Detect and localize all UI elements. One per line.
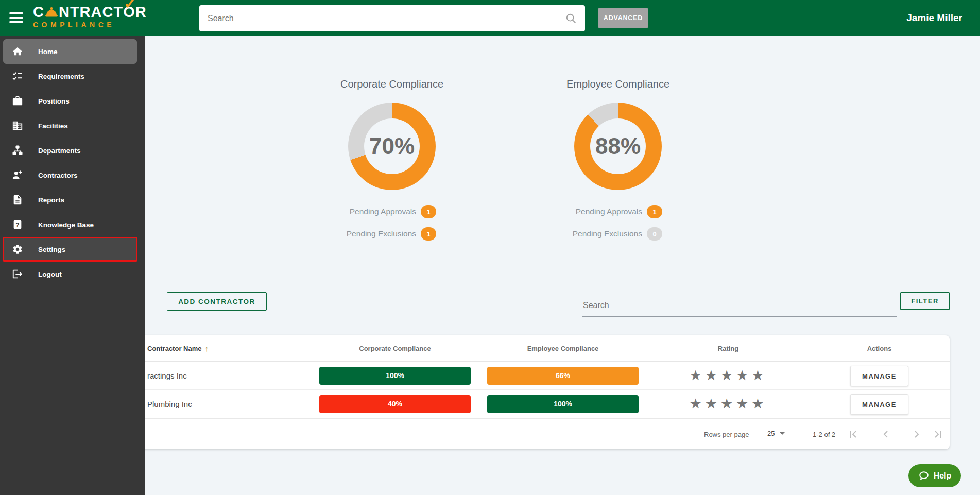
- sidebar-item-label: Logout: [38, 270, 62, 278]
- rows-per-page-value: 25: [767, 430, 775, 437]
- rows-per-page-label: Rows per page: [704, 419, 749, 450]
- donut-percent-label: 70%: [369, 133, 415, 159]
- svg-text:?: ?: [15, 221, 19, 229]
- sidebar-item-label: Settings: [38, 246, 65, 253]
- rows-per-page-select[interactable]: 25: [763, 426, 792, 441]
- sidebar-item-reports[interactable]: Reports: [3, 187, 137, 212]
- app-logo: CNTRACTO✓R COMPLIANCE: [33, 4, 147, 29]
- sidebar-item-label: Positions: [38, 97, 70, 105]
- logo-line1: CNTRACTO✓R: [33, 4, 147, 20]
- first-page-icon[interactable]: [847, 428, 859, 440]
- sidebar-item-label: Requirements: [38, 73, 84, 80]
- sidebar-item-facilities[interactable]: Facilities: [3, 113, 137, 138]
- logout-icon: [11, 268, 24, 280]
- pending-row: Pending Exclusions0: [530, 227, 662, 241]
- contractor-name[interactable]: ractings Inc: [147, 362, 187, 389]
- hardhat-icon: [45, 5, 58, 18]
- knowledge-base-icon: ?: [11, 218, 24, 231]
- sort-ascending-icon: ↑: [204, 344, 209, 353]
- corporate-compliance-chart: Corporate Compliance 70% Pending Approva…: [304, 78, 479, 249]
- global-search-input[interactable]: [199, 14, 565, 23]
- sidebar-item-label: Knowledge Base: [38, 221, 94, 229]
- add-contractor-button[interactable]: ADD CONTRACTOR: [167, 292, 267, 311]
- global-search: [199, 5, 585, 31]
- positions-icon: [11, 95, 24, 107]
- contractors-icon: [11, 169, 24, 181]
- sidebar-item-label: Departments: [38, 147, 81, 155]
- pending-count-badge[interactable]: 0: [647, 227, 662, 241]
- sidebar-item-home[interactable]: Home: [3, 39, 137, 64]
- home-icon: [11, 45, 24, 58]
- chart-title: Corporate Compliance: [304, 78, 479, 90]
- pending-list: Pending Approvals1Pending Exclusions0: [530, 204, 662, 241]
- employee-compliance-chip: 100%: [487, 395, 639, 413]
- pending-count-badge[interactable]: 1: [647, 205, 662, 218]
- sidebar-item-label: Reports: [38, 196, 64, 204]
- requirements-icon: [11, 70, 24, 82]
- rating-stars: ★★★★★: [666, 390, 790, 418]
- sidebar-item-knowledge-base[interactable]: ?Knowledge Base: [3, 212, 137, 237]
- column-employee-compliance[interactable]: Employee Compliance: [487, 335, 639, 362]
- table-search: [582, 298, 897, 317]
- sidebar-item-departments[interactable]: Departments: [3, 138, 137, 163]
- corporate-compliance-chip: 40%: [319, 395, 471, 413]
- table-row: ractings Inc100%66%★★★★★MANAGE: [134, 362, 950, 390]
- donut-chart: 88%: [574, 103, 662, 190]
- sidebar-item-logout[interactable]: Logout: [3, 262, 137, 286]
- column-corporate-compliance[interactable]: Corporate Compliance: [319, 335, 471, 362]
- manage-button[interactable]: MANAGE: [850, 366, 908, 386]
- table-header-row: Contractor Name ↑ Corporate Compliance E…: [134, 335, 950, 362]
- pending-row: Pending Approvals1: [530, 204, 662, 219]
- table-search-input[interactable]: [582, 298, 897, 317]
- logo-line2: COMPLIANCE: [33, 21, 147, 29]
- sidebar-item-contractors[interactable]: Contractors: [3, 163, 137, 187]
- sidebar-item-requirements[interactable]: Requirements: [3, 64, 137, 89]
- corporate-compliance-chip: 100%: [319, 367, 471, 385]
- chart-title: Employee Compliance: [530, 78, 706, 90]
- pending-label: Pending Approvals: [350, 207, 416, 216]
- sidebar-item-label: Home: [38, 48, 58, 56]
- sidebar-item-settings[interactable]: Settings: [3, 237, 137, 262]
- reports-icon: [11, 194, 24, 206]
- hamburger-menu-icon[interactable]: [9, 12, 23, 23]
- manage-button[interactable]: MANAGE: [850, 394, 908, 415]
- user-name[interactable]: Jamie Miller: [906, 0, 962, 36]
- pending-row: Pending Exclusions1: [304, 227, 436, 241]
- column-rating[interactable]: Rating: [666, 335, 790, 362]
- pending-count-badge[interactable]: 1: [421, 205, 436, 218]
- settings-icon: [11, 243, 24, 255]
- sidebar-nav: HomeRequirementsPositionsFacilitiesDepar…: [0, 36, 145, 495]
- chevron-down-icon: [780, 432, 785, 435]
- pending-list: Pending Approvals1Pending Exclusions1: [304, 204, 436, 241]
- donut-chart: 70%: [348, 103, 436, 190]
- help-label: Help: [934, 471, 952, 481]
- chat-bubble-icon: [918, 470, 930, 482]
- pending-row: Pending Approvals1: [304, 204, 436, 219]
- table-row: Plumbing Inc40%100%★★★★★MANAGE: [134, 390, 950, 418]
- contractor-name[interactable]: Plumbing Inc: [147, 390, 192, 418]
- pending-label: Pending Approvals: [576, 207, 642, 216]
- previous-page-icon[interactable]: [880, 428, 892, 440]
- top-header: CNTRACTO✓R COMPLIANCE ADVANCED Jamie Mil…: [0, 0, 980, 36]
- facilities-icon: [11, 120, 24, 132]
- donut-percent-label: 88%: [595, 133, 641, 159]
- employee-compliance-chip: 66%: [487, 367, 639, 385]
- sidebar-item-positions[interactable]: Positions: [3, 89, 137, 113]
- sidebar-item-label: Facilities: [38, 122, 68, 130]
- pending-count-badge[interactable]: 1: [421, 227, 436, 241]
- next-page-icon[interactable]: [910, 428, 923, 440]
- help-button[interactable]: Help: [908, 464, 961, 487]
- advanced-search-button[interactable]: ADVANCED: [598, 8, 648, 28]
- logo-checkmark-icon: ✓: [124, 0, 137, 12]
- pending-label: Pending Exclusions: [347, 229, 416, 238]
- column-contractor-name[interactable]: Contractor Name ↑: [147, 335, 312, 362]
- pagination-range-label: 1-2 of 2: [813, 419, 835, 450]
- table-pagination: Rows per page 25 1-2 of 2: [134, 418, 950, 449]
- contractors-table: Contractor Name ↑ Corporate Compliance E…: [134, 335, 950, 449]
- employee-compliance-chart: Employee Compliance 88% Pending Approval…: [530, 78, 706, 249]
- rating-stars: ★★★★★: [666, 362, 790, 389]
- departments-icon: [11, 144, 24, 157]
- last-page-icon[interactable]: [932, 428, 944, 440]
- filter-button[interactable]: FILTER: [900, 292, 950, 310]
- column-actions[interactable]: Actions: [850, 335, 908, 362]
